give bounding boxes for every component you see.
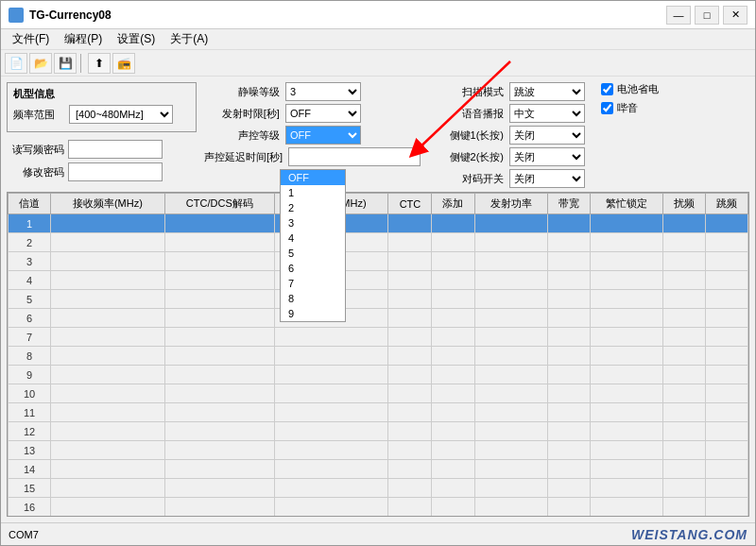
modify-password-input[interactable] <box>68 162 163 181</box>
vox-option-7[interactable]: 7 <box>281 276 345 291</box>
cell-data <box>164 309 274 328</box>
table-row[interactable]: 7 <box>9 328 748 347</box>
toolbar-open[interactable]: 📂 <box>29 53 52 74</box>
table-row[interactable]: 4 <box>9 271 748 290</box>
cell-data <box>547 366 590 384</box>
cell-data <box>388 460 432 479</box>
tx-limit-select[interactable]: OFF <box>285 104 361 123</box>
voice-report-row: 语音播报 中文 <box>428 104 593 123</box>
cell-data <box>547 384 590 403</box>
cell-data <box>388 479 432 498</box>
cell-data <box>662 498 705 517</box>
cell-data <box>705 233 747 252</box>
table-row[interactable]: 2 <box>9 233 748 252</box>
cell-data <box>474 498 547 517</box>
cell-data <box>164 403 274 422</box>
vox-option-1[interactable]: 1 <box>281 185 345 200</box>
cell-data <box>547 214 590 233</box>
cell-data <box>51 366 165 384</box>
vox-option-4[interactable]: 4 <box>281 230 345 246</box>
cell-data <box>432 384 474 403</box>
side-key2-select[interactable]: 关闭 <box>509 147 585 166</box>
maximize-button[interactable]: □ <box>695 6 719 25</box>
cell-data <box>474 479 547 498</box>
read-write-password-input[interactable] <box>68 140 163 159</box>
cell-channel-num: 12 <box>9 422 51 441</box>
cell-data <box>590 366 662 384</box>
vox-dropdown[interactable]: OFF 1 2 3 4 5 6 7 8 9 <box>280 169 346 322</box>
freq-range-select[interactable]: [400~480MHz] <box>69 105 173 124</box>
status-bar: COM7 WEISTANG.COM <box>1 522 755 545</box>
cell-channel-num: 7 <box>9 328 51 347</box>
table-row[interactable]: 6 <box>9 309 748 328</box>
toolbar-new[interactable]: 📄 <box>5 53 27 74</box>
vox-delay-input[interactable] <box>288 147 421 166</box>
vox-delay-label: 声控延迟时间[秒] <box>204 150 283 164</box>
cell-data <box>705 460 747 479</box>
table-row[interactable]: 5 <box>9 290 748 309</box>
table-row[interactable]: 1 <box>9 214 748 233</box>
toolbar-upload[interactable]: ⬆ <box>88 53 111 74</box>
cell-data <box>164 271 274 290</box>
cell-data <box>388 366 432 384</box>
col-channel: 信道 <box>9 194 51 214</box>
cell-data <box>432 271 474 290</box>
table-row[interactable]: 14 <box>9 460 748 479</box>
table-row[interactable]: 8 <box>9 347 748 366</box>
channel-table-section[interactable]: 信道 接收频率(MHz) CTC/DCS解码 发射频率(MHz) CTC 添加 … <box>7 192 749 517</box>
modify-password-row: 修改密码 <box>12 162 191 181</box>
left-panel: 机型信息 频率范围 [400~480MHz] 读写频密码 修改密码 <box>7 82 197 188</box>
cell-data <box>432 328 474 347</box>
vox-option-5[interactable]: 5 <box>281 246 345 261</box>
toolbar-save[interactable]: 💾 <box>54 53 77 74</box>
table-row[interactable]: 11 <box>9 403 748 422</box>
battery-save-checkbox[interactable] <box>601 83 613 95</box>
cell-channel-num: 5 <box>9 290 51 309</box>
cell-data <box>662 366 705 384</box>
cell-data <box>388 441 432 460</box>
table-row[interactable]: 10 <box>9 384 748 403</box>
vox-option-8[interactable]: 8 <box>281 291 345 306</box>
cell-channel-num: 1 <box>9 214 51 233</box>
toolbar-radio[interactable]: 📻 <box>112 53 135 74</box>
vox-option-9[interactable]: 9 <box>281 306 345 321</box>
cell-data <box>274 347 388 366</box>
cell-data <box>432 498 474 517</box>
vox-option-2[interactable]: 2 <box>281 200 345 215</box>
table-row[interactable]: 13 <box>9 441 748 460</box>
minimize-button[interactable]: — <box>666 6 691 25</box>
cell-data <box>432 233 474 252</box>
col-bandwidth: 带宽 <box>547 194 590 214</box>
password-section: 读写频密码 修改密码 <box>7 136 197 185</box>
beep-checkbox[interactable] <box>601 102 613 114</box>
menu-program[interactable]: 编程(P) <box>57 29 110 49</box>
table-row[interactable]: 16 <box>9 498 748 517</box>
cell-data <box>662 271 705 290</box>
model-info-box: 机型信息 频率范围 [400~480MHz] <box>7 82 197 132</box>
cell-channel-num: 8 <box>9 347 51 366</box>
table-row[interactable]: 9 <box>9 366 748 384</box>
table-row[interactable]: 3 <box>9 252 748 271</box>
cell-data <box>547 309 590 328</box>
vox-option-off[interactable]: OFF <box>281 170 345 185</box>
vox-level-select[interactable]: OFF <box>285 126 361 145</box>
scan-mode-select[interactable]: 跳波 <box>509 82 585 101</box>
close-button[interactable]: ✕ <box>723 6 747 25</box>
cell-data <box>274 441 388 460</box>
vox-option-6[interactable]: 6 <box>281 261 345 276</box>
cell-data <box>474 290 547 309</box>
battery-save-row: 电池省电 <box>601 82 749 96</box>
menu-about[interactable]: 关于(A) <box>163 29 215 49</box>
cell-data <box>590 479 662 498</box>
menu-settings[interactable]: 设置(S) <box>110 29 163 49</box>
cell-data <box>547 233 590 252</box>
squelch-select[interactable]: 3 <box>285 82 361 101</box>
voice-report-select[interactable]: 中文 <box>509 104 585 123</box>
table-row[interactable]: 15 <box>9 479 748 498</box>
vox-option-3[interactable]: 3 <box>281 215 345 230</box>
table-row[interactable]: 12 <box>9 422 748 441</box>
cell-data <box>432 347 474 366</box>
side-key1-select[interactable]: 关闭 <box>509 126 585 145</box>
menu-file[interactable]: 文件(F) <box>5 29 57 49</box>
pair-switch-select[interactable]: 关闭 <box>509 169 585 188</box>
